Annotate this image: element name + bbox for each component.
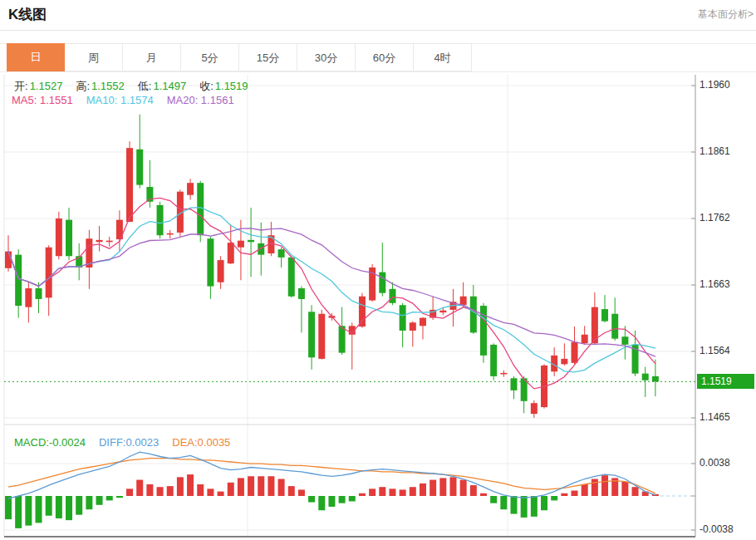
- candle: [410, 322, 416, 331]
- macd-info-diff: DIFF:0.0023: [99, 436, 159, 449]
- macd-bar: [278, 479, 285, 497]
- candle: [167, 233, 174, 235]
- macd-bar: [136, 480, 143, 496]
- macd-bar: [572, 491, 578, 496]
- ma-info-bar: MA5: 1.1551MA10: 1.1574MA20: 1.1561: [12, 94, 248, 106]
- macd-bar: [621, 482, 628, 496]
- kline-chart-canvas[interactable]: [0, 75, 756, 540]
- candle: [106, 241, 113, 243]
- macd-bar: [470, 485, 477, 496]
- candle: [582, 335, 588, 344]
- candle: [136, 150, 143, 185]
- macd-bar: [157, 487, 164, 496]
- price-axis-label: 1.1960: [700, 79, 730, 91]
- macd-bar: [126, 488, 133, 496]
- macd-bar: [187, 474, 194, 496]
- candle: [96, 240, 103, 242]
- ma10-line: [8, 208, 655, 372]
- tab-30min[interactable]: 30分: [297, 43, 356, 71]
- macd-bar: [146, 484, 153, 496]
- candle: [531, 403, 538, 414]
- ohlc-info-open-value: 1.1527: [30, 80, 63, 92]
- macd-bar: [410, 487, 416, 496]
- macd-bar: [511, 496, 518, 514]
- macd-bar: [328, 496, 335, 507]
- tab-5min[interactable]: 5分: [181, 43, 239, 71]
- macd-bar: [106, 496, 113, 500]
- macd-bar: [531, 496, 538, 517]
- tab-60min[interactable]: 60分: [356, 43, 414, 71]
- price-axis-label: 1.1564: [700, 345, 730, 356]
- macd-bar: [561, 493, 567, 496]
- macd-bar: [521, 496, 528, 518]
- macd-bar: [66, 496, 72, 520]
- candle: [500, 373, 507, 375]
- candle: [621, 336, 628, 345]
- candle: [36, 288, 42, 299]
- macd-bar: [76, 496, 82, 515]
- macd-bar: [480, 493, 487, 496]
- candle: [126, 148, 133, 222]
- macd-bar: [288, 486, 295, 496]
- macd-bar: [56, 496, 62, 518]
- candle: [318, 314, 325, 359]
- candle: [308, 312, 315, 357]
- candle: [511, 378, 518, 390]
- fundamental-analysis-link[interactable]: 基本面分析>: [698, 7, 754, 22]
- macd-info-dea: DEA:0.0035: [172, 436, 230, 449]
- macd-bar: [582, 484, 588, 496]
- macd-bar: [15, 496, 22, 528]
- tab-4hour[interactable]: 4时: [414, 43, 472, 71]
- candle: [611, 314, 618, 339]
- macd-bar: [490, 496, 497, 503]
- ma20-line: [8, 228, 655, 356]
- macd-bar: [86, 496, 92, 509]
- kline-chart-widget: K线图 基本面分析> 日周月5分15分30分60分4时 开:1.1527高:1.…: [0, 0, 756, 540]
- macd-bar: [46, 496, 52, 516]
- candle: [400, 305, 406, 331]
- header-divider: [0, 30, 756, 31]
- ma-info-ma10: MA10: 1.1574: [86, 94, 154, 106]
- macd-bar: [430, 480, 436, 496]
- tab-15min[interactable]: 15分: [239, 43, 297, 71]
- macd-bar: [551, 496, 557, 500]
- macd-bar: [349, 496, 356, 501]
- candle: [187, 183, 194, 195]
- ma5-line: [8, 198, 655, 389]
- ma-info-ma20: MA20: 1.1561: [167, 94, 234, 106]
- candles-group: [5, 115, 659, 418]
- macd-bar: [298, 489, 305, 496]
- macd-bar: [218, 492, 224, 496]
- macd-bar: [420, 484, 426, 496]
- tab-day[interactable]: 日: [7, 43, 65, 71]
- ohlc-info-high-value: 1.1552: [91, 80, 125, 92]
- macd-bar: [601, 475, 608, 496]
- macd-bar: [228, 483, 234, 496]
- ohlc-info-open-label: 开:: [14, 80, 28, 92]
- candle: [157, 205, 164, 235]
- candle: [642, 374, 649, 380]
- macd-bar: [541, 496, 547, 510]
- page-title: K线图: [8, 5, 47, 24]
- macd-bar: [439, 478, 446, 496]
- macd-bar: [5, 496, 12, 519]
- macd-bar: [308, 496, 315, 503]
- candle: [288, 258, 295, 297]
- macd-bar: [449, 477, 456, 496]
- candle: [339, 326, 346, 352]
- macd-bar: [238, 478, 244, 496]
- candle: [379, 272, 385, 293]
- candle: [572, 342, 578, 363]
- tab-week[interactable]: 周: [65, 43, 123, 71]
- macd-bar: [369, 488, 376, 496]
- candle: [420, 318, 426, 326]
- price-axis-label: 1.1762: [700, 212, 730, 223]
- ohlc-info-close-value: 1.1519: [215, 80, 248, 92]
- ohlc-info-close-label: 收:: [199, 80, 214, 92]
- candle: [248, 240, 254, 242]
- macd-axis-label: 0.0038: [700, 457, 730, 469]
- candle: [601, 309, 608, 322]
- tab-month[interactable]: 月: [123, 43, 181, 71]
- candle: [389, 289, 395, 303]
- candle: [490, 345, 497, 376]
